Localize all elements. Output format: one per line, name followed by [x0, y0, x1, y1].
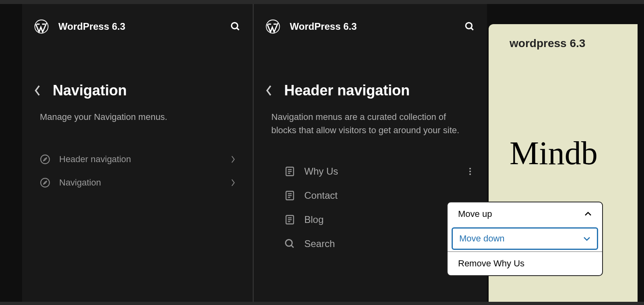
back-chevron-icon[interactable] — [34, 85, 41, 96]
svg-point-15 — [469, 171, 471, 172]
block-item-search[interactable]: Search — [284, 232, 475, 256]
svg-line-9 — [471, 28, 473, 30]
block-item-contact[interactable]: Contact — [284, 183, 475, 208]
page-icon — [284, 214, 295, 225]
menu-item-label: Move down — [459, 233, 505, 244]
menu-item-label: Move up — [458, 209, 492, 219]
more-options-icon[interactable] — [465, 167, 475, 176]
svg-point-3 — [41, 155, 50, 164]
block-item-blog[interactable]: Blog — [284, 208, 475, 232]
app-container: WordPress 6.3 Navigation Manage your Nav… — [0, 4, 644, 302]
svg-line-26 — [291, 245, 294, 248]
block-label: Contact — [304, 190, 475, 201]
chevron-up-icon — [584, 212, 592, 216]
svg-point-8 — [466, 23, 472, 29]
menu-item-label: Remove Why Us — [458, 258, 524, 269]
preview-small-title: wordpress 6.3 — [510, 37, 638, 50]
compass-icon — [40, 177, 50, 188]
preview-heading: Mindb — [510, 134, 638, 172]
menu-item-remove[interactable]: Remove Why Us — [448, 252, 602, 275]
svg-line-2 — [237, 28, 239, 30]
page-icon — [284, 166, 295, 177]
section-title: Navigation — [53, 82, 127, 99]
nav-item-label: Navigation — [59, 177, 222, 188]
page-icon — [284, 190, 295, 201]
block-actions-popover: Move up Move down Remove Why Us — [447, 202, 603, 276]
svg-point-16 — [469, 173, 471, 175]
section-description: Manage your Navigation menus. — [22, 99, 253, 124]
nav-item-navigation[interactable]: Navigation — [34, 171, 241, 194]
svg-point-1 — [231, 23, 237, 29]
nav-item-label: Header navigation — [59, 154, 222, 165]
menu-item-move-up[interactable]: Move up — [448, 202, 602, 226]
search-icon[interactable] — [464, 21, 475, 32]
chevron-right-icon — [231, 179, 235, 186]
app-title: WordPress 6.3 — [58, 21, 221, 32]
search-icon — [284, 238, 295, 249]
svg-marker-4 — [43, 158, 47, 161]
app-title: WordPress 6.3 — [290, 21, 455, 32]
svg-point-25 — [286, 240, 292, 246]
panel-navigation: WordPress 6.3 Navigation Manage your Nav… — [22, 4, 254, 302]
chevron-right-icon — [231, 156, 235, 163]
svg-marker-6 — [43, 181, 47, 185]
section-header: Header navigation — [254, 82, 487, 99]
nav-item-header-navigation[interactable]: Header navigation — [34, 148, 241, 171]
panel-header: WordPress 6.3 — [22, 4, 253, 34]
section-description: Navigation menus are a curated collectio… — [254, 99, 487, 137]
block-label: Why Us — [304, 166, 456, 177]
block-item-why-us[interactable]: Why Us — [284, 159, 475, 183]
svg-point-14 — [469, 168, 471, 169]
wordpress-logo-icon — [34, 19, 49, 34]
section-title: Header navigation — [284, 82, 410, 99]
chevron-down-icon — [583, 236, 590, 241]
back-chevron-icon[interactable] — [266, 85, 272, 96]
section-header: Navigation — [22, 82, 253, 99]
panel-header: WordPress 6.3 — [254, 4, 487, 34]
menu-item-move-down[interactable]: Move down — [452, 227, 598, 250]
nav-list: Header navigation Navigation — [22, 148, 253, 194]
wordpress-logo-icon — [266, 19, 280, 34]
svg-point-5 — [41, 178, 50, 187]
compass-icon — [40, 154, 50, 165]
search-icon[interactable] — [230, 21, 241, 32]
